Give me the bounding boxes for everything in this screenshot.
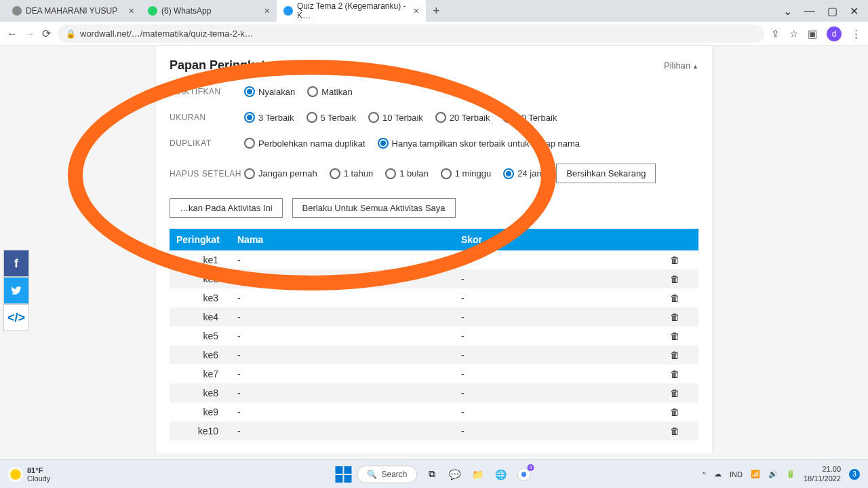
maximize-icon[interactable]: ▢ (827, 5, 837, 18)
edge-icon[interactable]: 🌐 (492, 466, 510, 483)
url-text: wordwall.net/…/matematika/quiz-tema-2-k… (80, 29, 254, 39)
chat-icon[interactable]: 💬 (446, 466, 464, 483)
explorer-icon[interactable]: 📁 (469, 466, 487, 483)
radio-enable-on[interactable]: Nyalakan (244, 86, 295, 97)
radio-clear-2[interactable]: 1 bulan (385, 168, 429, 179)
radio-dup-best[interactable]: Hanya tampilkan skor terbaik untuk setia… (378, 138, 580, 149)
radio-clear-4[interactable]: 24 jam (503, 168, 544, 179)
facebook-share-button[interactable]: f (3, 250, 29, 277)
options-dropdown[interactable]: Pilihan (664, 60, 698, 71)
minimize-icon[interactable]: — (804, 5, 815, 18)
radio-clear-3[interactable]: 1 minggu (441, 168, 491, 179)
cell-name: - (231, 288, 454, 307)
cell-score: - (454, 269, 651, 288)
delete-row-button[interactable]: 🗑 (651, 421, 698, 440)
favicon-globe-icon (12, 6, 22, 16)
delete-row-button[interactable]: 🗑 (651, 250, 698, 269)
battery-icon[interactable]: 🔋 (786, 470, 795, 478)
tab-title: Quiz Tema 2 (Kegemaranku) - K… (297, 1, 410, 20)
tab-title: (6) WhatsApp (161, 6, 211, 16)
tab-1[interactable]: (6) WhatsApp × (141, 1, 277, 20)
delete-row-button[interactable]: 🗑 (651, 326, 698, 345)
clock[interactable]: 21.00 18/11/2022 (804, 465, 841, 483)
row-duplicate: DUPLIKAT Perbolehkan nama duplikat Hanya… (170, 138, 698, 149)
task-view-icon[interactable]: ⧉ (423, 466, 441, 483)
svg-point-1 (521, 472, 526, 476)
url-input[interactable]: 🔒 wordwall.net/…/matematika/quiz-tema-2-… (58, 24, 764, 43)
cell-score: - (454, 307, 651, 326)
th-score: Skor (454, 229, 651, 250)
volume-icon[interactable]: 🔊 (768, 470, 778, 478)
ranking-table: Peringkat Nama Skor ke1--🗑ke2--🗑ke3--🗑ke… (170, 229, 698, 440)
close-icon[interactable]: × (414, 5, 419, 16)
delete-row-button[interactable]: 🗑 (651, 364, 698, 383)
radio-clear-1[interactable]: 1 tahun (330, 168, 373, 179)
reload-button[interactable]: ⟳ (42, 27, 51, 40)
cell-score: - (454, 402, 651, 421)
table-row: ke5--🗑 (170, 326, 698, 345)
radio-size-3[interactable]: 20 Terbaik (435, 112, 490, 123)
radio-dup-allow[interactable]: Perbolehkan nama duplikat (244, 138, 366, 149)
new-tab-button[interactable]: + (426, 4, 447, 18)
profile-avatar[interactable]: d (827, 26, 842, 41)
onedrive-icon[interactable]: ☁ (714, 470, 722, 478)
table-row: ke6--🗑 (170, 345, 698, 364)
notification-badge[interactable]: 3 (849, 469, 860, 480)
label-clear: HAPUS SETELAH (170, 169, 244, 179)
twitter-share-button[interactable] (3, 277, 29, 304)
table-row: ke8--🗑 (170, 383, 698, 402)
delete-row-button[interactable]: 🗑 (651, 402, 698, 421)
chrome-icon[interactable]: d (515, 466, 533, 483)
radio-size-4[interactable]: 40 Terbaik (502, 112, 557, 123)
delete-row-button[interactable]: 🗑 (651, 307, 698, 326)
delete-row-button[interactable]: 🗑 (651, 383, 698, 402)
apply-this-button[interactable]: …kan Pada Aktivitas Ini (170, 198, 283, 218)
forward-button[interactable]: → (24, 28, 35, 40)
clear-now-button[interactable]: Bersihkan Sekarang (556, 164, 656, 183)
radio-size-1[interactable]: 5 Terbaik (307, 112, 357, 123)
close-icon[interactable]: × (129, 5, 134, 16)
radio-size-2[interactable]: 10 Terbaik (368, 112, 423, 123)
label-size: UKURAN (170, 113, 244, 122)
menu-icon[interactable]: ⋮ (851, 28, 861, 40)
browser-chrome: DEA MAHARANI YUSUP × (6) WhatsApp × Quiz… (0, 0, 868, 46)
tab-2[interactable]: Quiz Tema 2 (Kegemaranku) - K… × (277, 0, 426, 24)
radio-enable-off[interactable]: Matikan (307, 86, 353, 97)
cell-score: - (454, 250, 651, 269)
radio-clear-0[interactable]: Jangan pernah (244, 168, 317, 179)
delete-row-button[interactable]: 🗑 (651, 288, 698, 307)
wifi-icon[interactable]: 📶 (751, 470, 760, 478)
star-icon[interactable]: ☆ (789, 28, 798, 40)
table-row: ke3--🗑 (170, 288, 698, 307)
favicon-whatsapp-icon (148, 6, 157, 16)
tray-chevron-icon[interactable]: ^ (703, 470, 706, 478)
apply-all-button[interactable]: Berlaku Untuk Semua Aktivitas Saya (292, 198, 456, 218)
tab-0[interactable]: DEA MAHARANI YUSUP × (5, 1, 141, 20)
embed-button[interactable]: </> (3, 304, 29, 331)
cell-rank: ke10 (170, 421, 231, 440)
cell-rank: ke6 (170, 345, 231, 364)
language-indicator[interactable]: IND (730, 470, 743, 478)
cell-name: - (231, 269, 454, 288)
start-button[interactable] (335, 466, 351, 483)
cell-rank: ke3 (170, 288, 231, 307)
cell-name: - (231, 402, 454, 421)
close-window-icon[interactable]: ✕ (850, 5, 859, 18)
cell-rank: ke1 (170, 250, 231, 269)
search-icon: 🔍 (367, 470, 377, 479)
weather-widget[interactable]: 81°F Cloudy (8, 466, 50, 483)
radio-size-0[interactable]: 3 Terbaik (244, 112, 294, 123)
delete-row-button[interactable]: 🗑 (651, 269, 698, 288)
close-icon[interactable]: × (264, 5, 270, 16)
delete-row-button[interactable]: 🗑 (651, 345, 698, 364)
cell-name: - (231, 421, 454, 440)
share-icon[interactable]: ⇪ (771, 28, 780, 40)
page-content: f </> Papan Peringkat Pilihan DIAKTIFKAN… (0, 46, 868, 453)
taskbar: 81°F Cloudy 🔍 Search ⧉ 💬 📁 🌐 d ^ ☁ IND 📶… (0, 459, 868, 488)
taskbar-search[interactable]: 🔍 Search (357, 466, 417, 483)
back-button[interactable]: ← (7, 28, 18, 40)
chevron-down-icon[interactable]: ⌄ (783, 5, 792, 18)
panel-icon[interactable]: ▣ (808, 28, 817, 40)
row-clear: HAPUS SETELAH Jangan pernah1 tahun1 bula… (170, 164, 698, 183)
row-enabled: DIAKTIFKAN Nyalakan Matikan (170, 86, 698, 97)
